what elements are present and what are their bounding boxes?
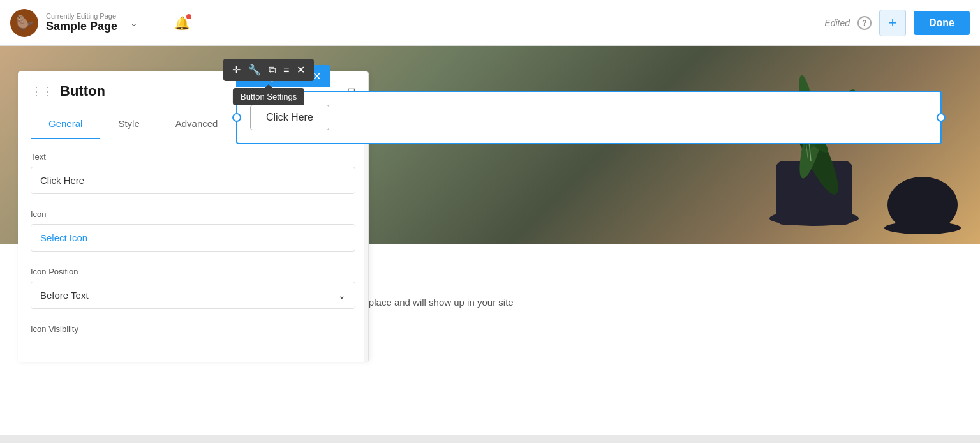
resize-handle-left[interactable] [232, 113, 241, 122]
visibility-field-label: Icon Visibility [31, 324, 355, 334]
tab-general[interactable]: General [31, 109, 100, 139]
main-area: ✛ 🔧 ⧉ ≡ ✕ Button Settings ✛ 🔧 ⧉ ⊡ ✕ [0, 46, 980, 443]
notification-bell[interactable]: 🔔 [174, 15, 190, 31]
logo-icon: 🦫 [10, 9, 38, 37]
icon-select-box[interactable]: Select Icon [31, 224, 355, 252]
select-icon-link[interactable]: Select Icon [40, 232, 87, 243]
tab-style[interactable]: Style [100, 109, 157, 139]
top-bar-right: Edited ? + Done [824, 10, 970, 36]
help-icon[interactable]: ? [858, 16, 872, 30]
click-here-button[interactable]: Click Here [250, 105, 329, 130]
panel-title-area: ⋮⋮ Button [31, 83, 105, 100]
panel-title: Button [60, 83, 105, 100]
edited-label: Edited [824, 18, 850, 28]
visibility-field-group: Icon Visibility [31, 324, 355, 334]
logo-emoji: 🦫 [16, 15, 33, 31]
button-settings-tooltip: Button Settings [233, 88, 304, 105]
page-dropdown-arrow[interactable]: ⌄ [130, 18, 138, 28]
text-field-label: Text [31, 152, 355, 161]
drag-handle[interactable]: ⋮⋮ [31, 84, 54, 98]
top-bar-divider [156, 10, 156, 36]
float-toolbar-outer: ✛ 🔧 ⧉ ≡ ✕ Button Settings [223, 59, 314, 81]
page-name: Sample Page [46, 20, 117, 33]
copy-icon[interactable]: ⧉ [266, 63, 278, 77]
chevron-down-icon: ⌄ [338, 290, 346, 301]
text-input[interactable] [31, 167, 355, 194]
notification-dot [186, 14, 191, 19]
position-field-label: Icon Position [31, 267, 355, 276]
page-info: Currently Editing Page Sample Page [46, 12, 117, 33]
move-icon[interactable]: ✛ [230, 63, 243, 77]
plant-decoration [750, 46, 878, 244]
panel-content: Text Icon Select Icon Icon Position Befo… [18, 139, 368, 362]
top-bar: 🦫 Currently Editing Page Sample Page ⌄ 🔔… [0, 0, 980, 46]
widget-container: ✛ 🔧 ⧉ ⊡ ✕ Click Here [236, 91, 942, 144]
add-button[interactable]: + [879, 10, 906, 36]
done-button[interactable]: Done [914, 11, 970, 35]
position-value: Before Text [40, 290, 89, 301]
wrench-icon[interactable]: 🔧 [246, 63, 264, 77]
hamburger-icon[interactable]: ≡ [281, 63, 292, 77]
svg-rect-10 [887, 177, 958, 233]
icon-field-label: Icon [31, 209, 355, 219]
close-icon[interactable]: ✕ [294, 63, 308, 77]
editing-label: Currently Editing Page [46, 12, 117, 20]
tab-advanced[interactable]: Advanced [158, 109, 236, 139]
icon-field-group: Icon Select Icon [31, 209, 355, 252]
position-select[interactable]: Before Text ⌄ [31, 282, 355, 309]
position-field-group: Icon Position Before Text ⌄ [31, 267, 355, 309]
resize-handle-right[interactable] [937, 113, 946, 122]
top-bar-left: 🦫 Currently Editing Page Sample Page ⌄ 🔔 [10, 9, 824, 37]
text-field-group: Text [31, 152, 355, 194]
